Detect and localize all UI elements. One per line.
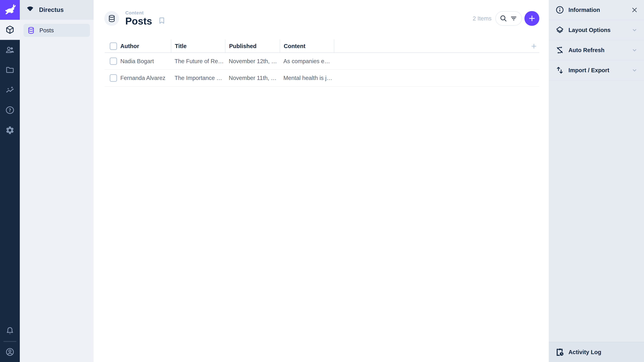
directus-logo[interactable] <box>0 0 20 20</box>
search-button[interactable] <box>498 12 509 25</box>
row-select-cell <box>105 74 120 82</box>
cell-content: As companies e… <box>280 58 334 64</box>
module-user-directory[interactable] <box>0 40 20 60</box>
svg-text:?: ? <box>8 108 11 113</box>
cell-title: The Future of Re… <box>171 58 225 64</box>
row-checkbox[interactable] <box>110 74 117 82</box>
module-documentation[interactable]: ? <box>0 100 20 120</box>
module-settings[interactable] <box>0 120 20 140</box>
module-bar-bottom <box>0 321 20 362</box>
select-all-checkbox[interactable] <box>110 42 117 50</box>
sidebar-section-information[interactable]: Information <box>549 0 644 20</box>
cell-published: November 12th, … <box>225 58 280 64</box>
column-header-published[interactable]: Published <box>225 39 280 53</box>
filter-icon <box>509 14 518 23</box>
module-bar: ? <box>0 0 20 362</box>
cell-author: Nadia Bogart <box>120 58 171 64</box>
cell-title: The Importance … <box>171 75 225 81</box>
project-name: Directus <box>39 6 64 13</box>
page-title: Posts <box>125 15 152 27</box>
sidebar-section-label: Import / Export <box>568 67 626 73</box>
sidebar-section-label: Auto Refresh <box>568 47 626 53</box>
layers-icon <box>555 25 564 34</box>
search-icon <box>499 14 508 23</box>
collection-nav: Posts <box>20 20 94 41</box>
sidebar-section-import-export[interactable]: Import / Export <box>549 60 644 80</box>
import-export-icon <box>555 66 564 75</box>
people-icon <box>5 45 14 54</box>
chevron-down-icon[interactable] <box>630 65 640 75</box>
nav-item-posts[interactable]: Posts <box>24 24 90 37</box>
activity-log-button[interactable]: Activity Log <box>549 342 644 362</box>
create-item-button[interactable] <box>524 11 539 26</box>
insights-icon <box>5 85 14 95</box>
table-header-row: Author Title Published Content <box>105 39 539 53</box>
row-select-cell <box>105 57 120 65</box>
module-insights[interactable] <box>0 80 20 100</box>
activity-log-label: Activity Log <box>568 349 637 356</box>
search-filter-pill <box>495 11 522 26</box>
header-spacer <box>334 39 528 53</box>
row-checkbox[interactable] <box>110 57 117 65</box>
nav-sidebar: Directus Posts <box>20 0 94 362</box>
sync-disabled-icon <box>555 45 564 55</box>
cell-content: Mental health is j… <box>280 75 334 81</box>
column-header-content[interactable]: Content <box>280 39 334 53</box>
chevron-down-icon[interactable] <box>630 45 640 55</box>
bookmark-button[interactable] <box>158 16 166 25</box>
column-header-author[interactable]: Author <box>120 43 171 49</box>
title-block: Content Posts <box>125 10 152 27</box>
items-table: Author Title Published Content Nad <box>94 37 548 86</box>
collection-icon-button[interactable] <box>104 11 119 26</box>
add-column-button[interactable] <box>528 39 539 53</box>
select-all-cell <box>105 42 120 50</box>
bell-icon <box>5 326 14 336</box>
box-icon <box>5 25 14 34</box>
table-row[interactable]: Nadia Bogart The Future of Re… November … <box>105 53 539 70</box>
header-actions: 2 Items <box>472 11 539 26</box>
cell-author: Fernanda Alvarez <box>120 75 171 81</box>
database-icon <box>108 14 116 23</box>
close-icon <box>630 6 639 14</box>
table-row[interactable]: Fernanda Alvarez The Importance … Novemb… <box>105 70 539 86</box>
help-icon: ? <box>5 105 14 115</box>
right-sidebar: Information Layout Options <box>549 0 644 362</box>
items-count: 2 Items <box>472 15 492 22</box>
chevron-down-icon[interactable] <box>630 25 640 35</box>
gear-icon <box>5 125 14 135</box>
plus-icon <box>528 14 536 23</box>
database-icon <box>27 26 35 34</box>
column-header-title[interactable]: Title <box>171 39 225 53</box>
notifications-button[interactable] <box>0 321 20 341</box>
info-icon <box>555 5 564 14</box>
cell-published: November 11th, … <box>225 75 280 81</box>
bookmark-icon <box>158 16 166 25</box>
module-content[interactable] <box>0 20 20 40</box>
module-file-library[interactable] <box>0 60 20 80</box>
clipboard-clock-icon <box>555 348 564 357</box>
directus-rabbit-icon <box>3 3 16 16</box>
folder-icon <box>5 65 14 75</box>
fan-icon <box>26 5 34 14</box>
filter-button[interactable] <box>509 12 519 25</box>
main-content: Content Posts 2 Items <box>94 0 548 362</box>
directus-app: ? <box>0 0 644 362</box>
sidebar-section-label: Information <box>568 7 626 13</box>
close-sidebar-button[interactable] <box>630 5 640 15</box>
account-circle-icon <box>5 347 14 357</box>
page-header: Content Posts 2 Items <box>94 0 548 37</box>
sidebar-section-auto-refresh[interactable]: Auto Refresh <box>549 40 644 60</box>
account-button[interactable] <box>0 342 20 362</box>
plus-icon <box>530 42 538 50</box>
project-header[interactable]: Directus <box>20 0 94 20</box>
breadcrumb: Content <box>125 10 152 15</box>
nav-item-label: Posts <box>40 27 54 34</box>
sidebar-section-layout-options[interactable]: Layout Options <box>549 20 644 40</box>
sidebar-section-label: Layout Options <box>568 27 626 33</box>
